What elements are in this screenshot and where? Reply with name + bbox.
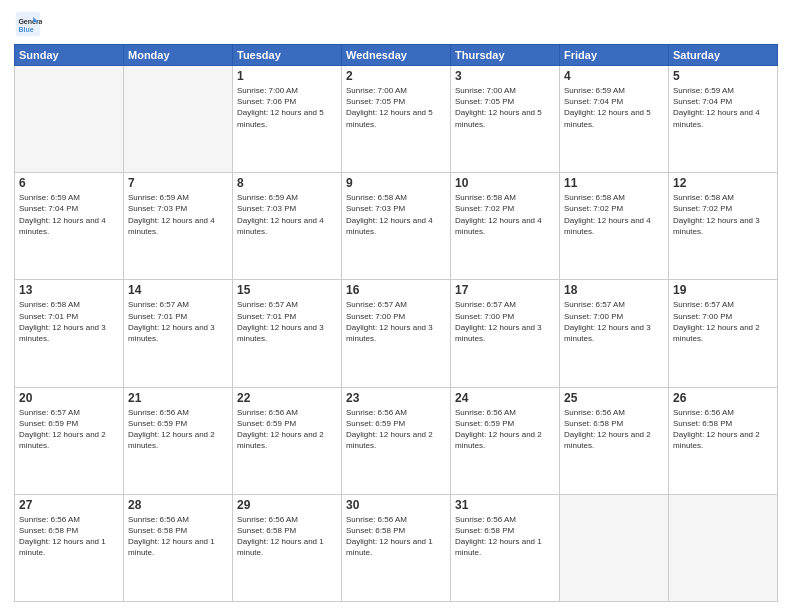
calendar-cell: 22Sunrise: 6:56 AMSunset: 6:59 PMDayligh…: [233, 387, 342, 494]
logo-icon: General Blue: [14, 10, 42, 38]
calendar-cell: 16Sunrise: 6:57 AMSunset: 7:00 PMDayligh…: [342, 280, 451, 387]
day-of-week-thursday: Thursday: [451, 45, 560, 66]
week-row-2: 6Sunrise: 6:59 AMSunset: 7:04 PMDaylight…: [15, 173, 778, 280]
day-info: Sunrise: 6:56 AMSunset: 6:58 PMDaylight:…: [564, 407, 664, 452]
day-info: Sunrise: 6:56 AMSunset: 6:58 PMDaylight:…: [237, 514, 337, 559]
day-info: Sunrise: 6:57 AMSunset: 6:59 PMDaylight:…: [19, 407, 119, 452]
calendar-cell: 25Sunrise: 6:56 AMSunset: 6:58 PMDayligh…: [560, 387, 669, 494]
day-number: 26: [673, 391, 773, 405]
day-info: Sunrise: 6:59 AMSunset: 7:04 PMDaylight:…: [673, 85, 773, 130]
day-info: Sunrise: 6:59 AMSunset: 7:04 PMDaylight:…: [564, 85, 664, 130]
svg-text:Blue: Blue: [18, 26, 33, 33]
day-number: 16: [346, 283, 446, 297]
calendar-cell: 24Sunrise: 6:56 AMSunset: 6:59 PMDayligh…: [451, 387, 560, 494]
week-row-3: 13Sunrise: 6:58 AMSunset: 7:01 PMDayligh…: [15, 280, 778, 387]
calendar-cell: [669, 494, 778, 601]
calendar-cell: 27Sunrise: 6:56 AMSunset: 6:58 PMDayligh…: [15, 494, 124, 601]
day-info: Sunrise: 6:59 AMSunset: 7:03 PMDaylight:…: [128, 192, 228, 237]
day-number: 24: [455, 391, 555, 405]
calendar-cell: [15, 66, 124, 173]
day-info: Sunrise: 6:56 AMSunset: 6:58 PMDaylight:…: [673, 407, 773, 452]
day-info: Sunrise: 6:59 AMSunset: 7:03 PMDaylight:…: [237, 192, 337, 237]
day-info: Sunrise: 6:56 AMSunset: 6:59 PMDaylight:…: [455, 407, 555, 452]
calendar-cell: 31Sunrise: 6:56 AMSunset: 6:58 PMDayligh…: [451, 494, 560, 601]
day-info: Sunrise: 6:56 AMSunset: 6:58 PMDaylight:…: [128, 514, 228, 559]
day-number: 29: [237, 498, 337, 512]
day-info: Sunrise: 6:57 AMSunset: 7:00 PMDaylight:…: [346, 299, 446, 344]
page: General Blue SundayMondayTuesdayWednesda…: [0, 0, 792, 612]
day-info: Sunrise: 6:56 AMSunset: 6:58 PMDaylight:…: [455, 514, 555, 559]
day-number: 17: [455, 283, 555, 297]
day-info: Sunrise: 6:57 AMSunset: 7:00 PMDaylight:…: [564, 299, 664, 344]
calendar-cell: [124, 66, 233, 173]
calendar-cell: 6Sunrise: 6:59 AMSunset: 7:04 PMDaylight…: [15, 173, 124, 280]
calendar-cell: [560, 494, 669, 601]
day-number: 10: [455, 176, 555, 190]
calendar-table: SundayMondayTuesdayWednesdayThursdayFrid…: [14, 44, 778, 602]
calendar-cell: 18Sunrise: 6:57 AMSunset: 7:00 PMDayligh…: [560, 280, 669, 387]
week-row-1: 1Sunrise: 7:00 AMSunset: 7:06 PMDaylight…: [15, 66, 778, 173]
day-info: Sunrise: 6:56 AMSunset: 6:58 PMDaylight:…: [346, 514, 446, 559]
calendar-cell: 5Sunrise: 6:59 AMSunset: 7:04 PMDaylight…: [669, 66, 778, 173]
day-number: 11: [564, 176, 664, 190]
day-number: 25: [564, 391, 664, 405]
day-number: 18: [564, 283, 664, 297]
day-number: 2: [346, 69, 446, 83]
day-info: Sunrise: 6:58 AMSunset: 7:03 PMDaylight:…: [346, 192, 446, 237]
day-info: Sunrise: 6:57 AMSunset: 7:01 PMDaylight:…: [237, 299, 337, 344]
day-info: Sunrise: 6:57 AMSunset: 7:00 PMDaylight:…: [455, 299, 555, 344]
day-info: Sunrise: 6:57 AMSunset: 7:01 PMDaylight:…: [128, 299, 228, 344]
day-number: 30: [346, 498, 446, 512]
calendar-cell: 8Sunrise: 6:59 AMSunset: 7:03 PMDaylight…: [233, 173, 342, 280]
calendar-cell: 26Sunrise: 6:56 AMSunset: 6:58 PMDayligh…: [669, 387, 778, 494]
day-number: 19: [673, 283, 773, 297]
calendar-cell: 29Sunrise: 6:56 AMSunset: 6:58 PMDayligh…: [233, 494, 342, 601]
day-info: Sunrise: 7:00 AMSunset: 7:06 PMDaylight:…: [237, 85, 337, 130]
day-number: 31: [455, 498, 555, 512]
day-number: 9: [346, 176, 446, 190]
calendar-cell: 12Sunrise: 6:58 AMSunset: 7:02 PMDayligh…: [669, 173, 778, 280]
calendar-cell: 13Sunrise: 6:58 AMSunset: 7:01 PMDayligh…: [15, 280, 124, 387]
day-number: 21: [128, 391, 228, 405]
day-number: 22: [237, 391, 337, 405]
calendar-cell: 23Sunrise: 6:56 AMSunset: 6:59 PMDayligh…: [342, 387, 451, 494]
day-number: 13: [19, 283, 119, 297]
day-info: Sunrise: 6:58 AMSunset: 7:02 PMDaylight:…: [673, 192, 773, 237]
day-info: Sunrise: 6:59 AMSunset: 7:04 PMDaylight:…: [19, 192, 119, 237]
day-info: Sunrise: 7:00 AMSunset: 7:05 PMDaylight:…: [455, 85, 555, 130]
day-number: 8: [237, 176, 337, 190]
calendar-cell: 1Sunrise: 7:00 AMSunset: 7:06 PMDaylight…: [233, 66, 342, 173]
calendar-cell: 21Sunrise: 6:56 AMSunset: 6:59 PMDayligh…: [124, 387, 233, 494]
day-number: 3: [455, 69, 555, 83]
day-of-week-sunday: Sunday: [15, 45, 124, 66]
header: General Blue: [14, 10, 778, 38]
day-number: 23: [346, 391, 446, 405]
calendar-cell: 19Sunrise: 6:57 AMSunset: 7:00 PMDayligh…: [669, 280, 778, 387]
calendar-cell: 30Sunrise: 6:56 AMSunset: 6:58 PMDayligh…: [342, 494, 451, 601]
day-info: Sunrise: 6:56 AMSunset: 6:59 PMDaylight:…: [346, 407, 446, 452]
svg-text:General: General: [18, 18, 42, 25]
calendar-header-row: SundayMondayTuesdayWednesdayThursdayFrid…: [15, 45, 778, 66]
day-info: Sunrise: 7:00 AMSunset: 7:05 PMDaylight:…: [346, 85, 446, 130]
day-info: Sunrise: 6:58 AMSunset: 7:02 PMDaylight:…: [455, 192, 555, 237]
day-of-week-monday: Monday: [124, 45, 233, 66]
day-of-week-saturday: Saturday: [669, 45, 778, 66]
calendar-cell: 17Sunrise: 6:57 AMSunset: 7:00 PMDayligh…: [451, 280, 560, 387]
calendar-cell: 20Sunrise: 6:57 AMSunset: 6:59 PMDayligh…: [15, 387, 124, 494]
day-number: 27: [19, 498, 119, 512]
day-info: Sunrise: 6:56 AMSunset: 6:58 PMDaylight:…: [19, 514, 119, 559]
day-info: Sunrise: 6:56 AMSunset: 6:59 PMDaylight:…: [237, 407, 337, 452]
day-info: Sunrise: 6:58 AMSunset: 7:02 PMDaylight:…: [564, 192, 664, 237]
day-info: Sunrise: 6:57 AMSunset: 7:00 PMDaylight:…: [673, 299, 773, 344]
week-row-5: 27Sunrise: 6:56 AMSunset: 6:58 PMDayligh…: [15, 494, 778, 601]
calendar-cell: 15Sunrise: 6:57 AMSunset: 7:01 PMDayligh…: [233, 280, 342, 387]
calendar-cell: 4Sunrise: 6:59 AMSunset: 7:04 PMDaylight…: [560, 66, 669, 173]
day-number: 4: [564, 69, 664, 83]
day-info: Sunrise: 6:56 AMSunset: 6:59 PMDaylight:…: [128, 407, 228, 452]
day-number: 1: [237, 69, 337, 83]
calendar-cell: 2Sunrise: 7:00 AMSunset: 7:05 PMDaylight…: [342, 66, 451, 173]
day-number: 28: [128, 498, 228, 512]
day-of-week-tuesday: Tuesday: [233, 45, 342, 66]
day-number: 15: [237, 283, 337, 297]
calendar-cell: 9Sunrise: 6:58 AMSunset: 7:03 PMDaylight…: [342, 173, 451, 280]
